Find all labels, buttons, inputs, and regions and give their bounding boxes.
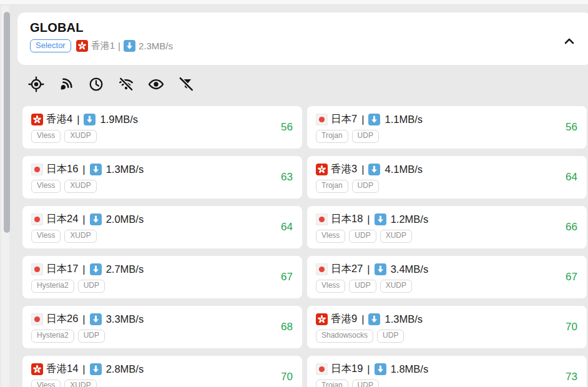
scrollbar-thumb[interactable]	[4, 12, 10, 233]
download-icon	[375, 213, 386, 225]
separator: |	[82, 313, 85, 325]
download-icon	[368, 313, 380, 325]
node-name: 日本7	[331, 112, 357, 126]
jp-flag-icon	[31, 313, 43, 325]
node-card[interactable]: 日本16 | 1.3MB/s VlessXUDP 63	[22, 156, 302, 198]
visibility-icon[interactable]	[148, 76, 164, 92]
download-icon	[90, 313, 102, 325]
node-delay: 56	[566, 121, 577, 134]
protocol-tag: XUDP	[64, 130, 96, 143]
locate-node-icon[interactable]	[28, 76, 44, 92]
chevron-up-icon[interactable]	[562, 34, 577, 49]
node-title-row: 日本19 | 1.8MB/s	[316, 362, 578, 376]
node-tags: Hysteria2UDP	[31, 280, 293, 293]
separator: |	[367, 263, 370, 275]
node-card[interactable]: 香港14 | 2.8MB/s VlessXUDP 70	[22, 356, 302, 387]
download-icon	[90, 213, 102, 225]
node-delay: 56	[281, 121, 293, 134]
node-title-row: 香港3 | 4.1MB/s	[316, 162, 578, 176]
node-speed: 1.9MB/s	[100, 114, 138, 125]
node-card[interactable]: 香港4 | 1.9MB/s VlessXUDP 56	[22, 106, 302, 149]
protocol-tag: Hysteria2	[31, 330, 74, 343]
node-title-row: 日本27 | 3.4MB/s	[316, 262, 578, 276]
hk-flag-icon	[76, 40, 88, 52]
protocol-tag: UDP	[78, 330, 105, 343]
node-tags: VlessUDPXUDP	[316, 230, 578, 243]
jp-flag-icon	[31, 263, 43, 275]
protocol-tag: XUDP	[64, 380, 96, 387]
node-title-row: 香港14 | 2.8MB/s	[31, 362, 293, 376]
node-tags: VlessXUDP	[31, 180, 293, 193]
jp-flag-icon	[316, 114, 328, 125]
node-delay: 70	[566, 321, 577, 333]
node-speed: 2.7MB/s	[106, 263, 144, 275]
node-delay: 63	[281, 171, 293, 184]
node-tags: VlessXUDP	[31, 130, 293, 143]
separator: |	[82, 164, 85, 175]
node-card[interactable]: 日本19 | 1.8MB/s TrojanUDP 73	[307, 356, 587, 387]
node-speed: 2.8MB/s	[106, 363, 144, 375]
node-name: 香港14	[46, 362, 78, 376]
separator: |	[82, 263, 85, 275]
group-subheader: Selector 香港1 | 2.3MB/s	[30, 39, 579, 52]
protocol-tag: Vless	[31, 230, 61, 243]
jp-flag-icon	[316, 363, 328, 375]
node-tags: TrojanUDP	[316, 380, 578, 387]
current-node-name: 香港1	[91, 40, 115, 52]
node-card[interactable]: 日本26 | 3.3MB/s Hysteria2UDP 68	[22, 306, 302, 348]
protocol-tag: Trojan	[316, 180, 348, 193]
node-delay: 67	[281, 271, 293, 283]
protocol-tag: Shadowsocks	[316, 330, 373, 343]
node-tags: VlessUDPXUDP	[316, 280, 578, 293]
current-node-summary: 香港1 | 2.3MB/s	[76, 40, 173, 52]
node-name: 日本18	[331, 212, 363, 226]
wifi-off-icon[interactable]	[118, 76, 134, 92]
protocol-tag: Hysteria2	[31, 280, 74, 293]
node-card[interactable]: 日本7 | 1.1MB/s TrojanUDP 56	[307, 106, 587, 149]
jp-flag-icon	[31, 164, 43, 175]
hk-flag-icon	[316, 313, 328, 325]
jp-flag-icon	[316, 263, 328, 275]
hk-flag-icon	[31, 114, 43, 125]
protocol-tag: XUDP	[64, 230, 96, 243]
node-card[interactable]: 香港3 | 4.1MB/s TrojanUDP 64	[307, 156, 587, 198]
group-toolbar	[28, 76, 194, 92]
protocol-tag: Vless	[316, 280, 345, 293]
node-card[interactable]: 日本24 | 2.0MB/s VlessXUDP 64	[22, 206, 302, 248]
download-icon	[90, 363, 102, 375]
separator: |	[361, 313, 364, 325]
protocol-tag: XUDP	[380, 230, 412, 243]
current-node-speed: 2.3MB/s	[139, 41, 173, 51]
delay-sort-icon[interactable]	[88, 76, 104, 92]
download-icon	[84, 114, 96, 125]
protocol-tag: Vless	[31, 130, 61, 143]
node-delay: 64	[281, 221, 293, 233]
speedtest-icon[interactable]	[58, 76, 74, 92]
node-title-row: 日本26 | 3.3MB/s	[31, 312, 293, 326]
node-card[interactable]: 日本18 | 1.2MB/s VlessUDPXUDP 66	[307, 206, 587, 248]
separator: |	[82, 213, 85, 225]
node-speed: 1.3MB/s	[385, 313, 423, 325]
node-speed: 4.1MB/s	[385, 164, 423, 175]
node-delay: 64	[566, 171, 577, 184]
protocol-tag: Vless	[316, 230, 345, 243]
download-icon	[124, 40, 135, 52]
protocol-tag: UDP	[377, 330, 404, 343]
group-type-badge[interactable]: Selector	[30, 39, 71, 52]
previous-card-edge	[0, 0, 588, 5]
node-title-row: 日本24 | 2.0MB/s	[31, 212, 293, 226]
node-tags: ShadowsocksUDP	[316, 330, 578, 343]
node-speed: 1.3MB/s	[106, 164, 144, 175]
node-card[interactable]: 香港9 | 1.3MB/s ShadowsocksUDP 70	[307, 306, 587, 348]
node-name: 香港3	[331, 162, 357, 176]
hk-flag-icon	[31, 363, 43, 375]
node-card[interactable]: 日本27 | 3.4MB/s VlessUDPXUDP 67	[307, 256, 587, 298]
protocol-tag: UDP	[349, 230, 376, 243]
node-card[interactable]: 日本17 | 2.7MB/s Hysteria2UDP 67	[22, 256, 302, 298]
node-speed: 2.0MB/s	[106, 213, 144, 225]
scrollbar-track[interactable]	[1, 5, 9, 387]
filter-off-icon[interactable]	[178, 76, 194, 92]
node-speed: 3.4MB/s	[391, 263, 429, 275]
node-tags: TrojanUDP	[316, 130, 578, 143]
node-delay: 66	[566, 221, 577, 233]
